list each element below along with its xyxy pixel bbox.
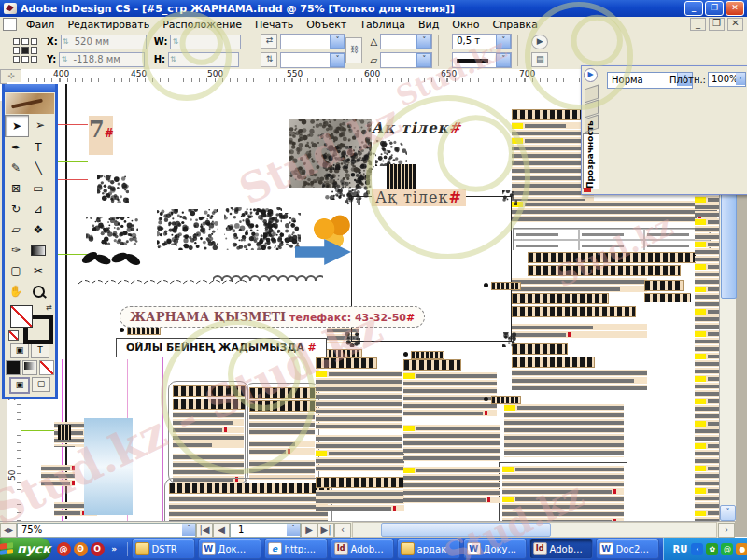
scissors-tool[interactable]: ✂ xyxy=(27,260,49,281)
shear-dropdown[interactable]: ˅ xyxy=(380,52,432,68)
engraving-posy[interactable] xyxy=(97,175,129,203)
col-center-3[interactable] xyxy=(316,450,404,521)
gradient-rect[interactable] xyxy=(84,418,133,515)
stroke-weight-dropdown[interactable]: 0,5 т˅ xyxy=(452,34,512,49)
tray-orange-icon[interactable]: ● xyxy=(736,543,747,555)
col-center-4[interactable] xyxy=(403,425,500,521)
col-center-2[interactable] xyxy=(403,359,497,419)
headline-aktilek-1[interactable]: Ақ тілек# xyxy=(372,119,461,136)
swap-fill-stroke-icon[interactable]: ⇄ xyxy=(46,303,52,312)
rotation-dropdown[interactable]: ˅ xyxy=(380,34,432,49)
mdi-close-button[interactable]: ✕ xyxy=(727,18,743,31)
scroll-left-icon[interactable]: ‹ xyxy=(334,523,351,538)
slogan-box[interactable]: ОЙЛЫ БЕЙНЕҢ ЖАДЫМЫЗДА # xyxy=(116,338,327,357)
overflow-chevron[interactable]: » xyxy=(107,542,121,556)
taskbar-button-Adob[interactable]: IdAdob... xyxy=(331,539,394,559)
zoom-arrows-icon[interactable]: ◂▸ xyxy=(0,523,17,538)
stroke-style-dropdown[interactable]: ˅ xyxy=(452,52,512,68)
start-button[interactable]: пуск xyxy=(0,538,51,560)
next-page-button[interactable]: ▶ xyxy=(301,523,317,538)
paste-left-2[interactable] xyxy=(41,465,75,487)
menu-7[interactable]: Окно xyxy=(445,18,486,32)
menu-1[interactable]: Редактировать xyxy=(61,18,156,32)
anchor-marker-1[interactable] xyxy=(120,327,161,334)
horizontal-scroll-thumb[interactable] xyxy=(381,523,551,537)
tray-hide-icon[interactable]: ‹ xyxy=(691,543,703,555)
text-wide-right[interactable] xyxy=(512,201,717,226)
menu-2[interactable]: Расположение xyxy=(156,18,248,32)
zoom-tool[interactable] xyxy=(27,281,49,301)
type-tool[interactable]: T xyxy=(27,137,49,158)
ornament-leaves[interactable] xyxy=(78,245,144,269)
menu-6[interactable]: Вид xyxy=(412,18,445,32)
button-tool[interactable]: ▢ xyxy=(5,260,27,281)
frame-tool[interactable]: ⊠ xyxy=(5,178,27,199)
first-page-button[interactable]: |◀ xyxy=(196,523,213,538)
toolbox-titlebar[interactable] xyxy=(5,84,55,92)
menu-4[interactable]: Объект xyxy=(300,18,353,32)
anchor-marker-5[interactable] xyxy=(484,282,521,289)
default-fill-stroke-icon[interactable] xyxy=(8,330,19,341)
menu-8[interactable]: Справка xyxy=(486,18,543,32)
taskbar-button-DSTR[interactable]: DSTR xyxy=(132,539,195,559)
x-position-field[interactable]: 520 мм xyxy=(61,35,147,49)
banner-zharnama[interactable]: ЖАРНАМА ҚЫЗМЕТІ телефакс: 43-32-50# xyxy=(120,306,425,328)
anchor-marker-4[interactable] xyxy=(484,396,521,403)
vertical-scroll-thumb[interactable] xyxy=(721,192,737,299)
mail-agent-icon[interactable]: @ xyxy=(57,542,71,556)
opera-icon[interactable]: O xyxy=(91,542,105,556)
tray-agent-icon[interactable]: @ xyxy=(721,543,733,555)
taskbar-button-http[interactable]: ehttp:... xyxy=(264,539,328,559)
text-block-bottom-right-2[interactable] xyxy=(499,462,627,521)
engraving-wreath[interactable] xyxy=(375,140,407,166)
taskbar-button-Adob[interactable]: IdAdob... xyxy=(529,539,593,559)
shear-tool[interactable]: ▱ xyxy=(5,219,27,240)
menu-5[interactable]: Таблица xyxy=(353,18,412,32)
selection-tool[interactable]: ➤ xyxy=(5,115,29,137)
taskbar-button-Doc2[interactable]: WDoc2... xyxy=(596,539,659,559)
ornament-wave-border[interactable] xyxy=(213,273,323,284)
anchor-marker-3[interactable] xyxy=(403,351,444,358)
restore-button[interactable]: ❐ xyxy=(705,1,724,16)
card-1[interactable] xyxy=(168,381,248,483)
headline-aktilek-2[interactable]: Ақ тілек# xyxy=(372,189,466,206)
engraving-spray[interactable] xyxy=(323,146,375,170)
ornament-small-dark[interactable] xyxy=(58,425,71,440)
menu-0[interactable]: Файл xyxy=(20,18,61,32)
scroll-right-icon[interactable]: › xyxy=(718,523,735,538)
rotate-tool[interactable]: ↻ xyxy=(5,199,27,219)
tray-green-icon[interactable]: ✿ xyxy=(706,543,718,555)
scroll-down-icon[interactable]: ˅ xyxy=(720,505,736,521)
engraving-basket[interactable] xyxy=(157,209,218,250)
minimize-button[interactable]: _ xyxy=(684,1,703,16)
scale-tool[interactable]: ⊿ xyxy=(27,199,49,219)
eyedropper-tool[interactable]: ✑ xyxy=(5,240,27,260)
y-position-field[interactable]: -118,8 мм xyxy=(59,52,145,67)
apply-color-button[interactable]: ■ xyxy=(6,360,21,375)
ornament-digit[interactable]: 7# xyxy=(89,116,113,155)
free-transform-tool[interactable]: ❖ xyxy=(27,219,49,240)
close-button[interactable]: ✕ xyxy=(726,1,744,16)
apply-gradient-button[interactable] xyxy=(22,360,37,375)
apply-none-button[interactable] xyxy=(39,360,54,375)
formatting-container-button[interactable]: ▣ xyxy=(10,343,29,358)
formatting-text-button[interactable]: T xyxy=(31,343,49,358)
scale-y-dropdown[interactable]: ˅ xyxy=(280,52,345,68)
fill-swatch[interactable] xyxy=(10,305,33,328)
constrain-proportions-icon[interactable]: ⛓ xyxy=(345,37,362,63)
horizontal-scrollbar[interactable] xyxy=(352,522,717,538)
gradient-tool[interactable] xyxy=(27,240,49,260)
hand-tool[interactable]: ✋ xyxy=(5,281,27,301)
pen-tool[interactable]: ✒ xyxy=(5,137,27,158)
pencil-tool[interactable]: ✎ xyxy=(5,158,27,178)
text-mid-right[interactable] xyxy=(512,278,647,390)
width-field[interactable] xyxy=(170,35,241,49)
mdi-restore-button[interactable]: ❐ xyxy=(709,18,725,31)
reference-point-proxy[interactable] xyxy=(11,36,39,64)
language-indicator[interactable]: RU xyxy=(673,544,688,554)
card-2[interactable] xyxy=(245,383,319,487)
flip-v-icon[interactable]: ⇅ xyxy=(261,52,277,67)
last-page-button[interactable]: ▶| xyxy=(317,523,334,538)
card-wide-bottom[interactable] xyxy=(164,478,332,521)
direct-selection-tool[interactable]: ➢ xyxy=(29,115,51,135)
